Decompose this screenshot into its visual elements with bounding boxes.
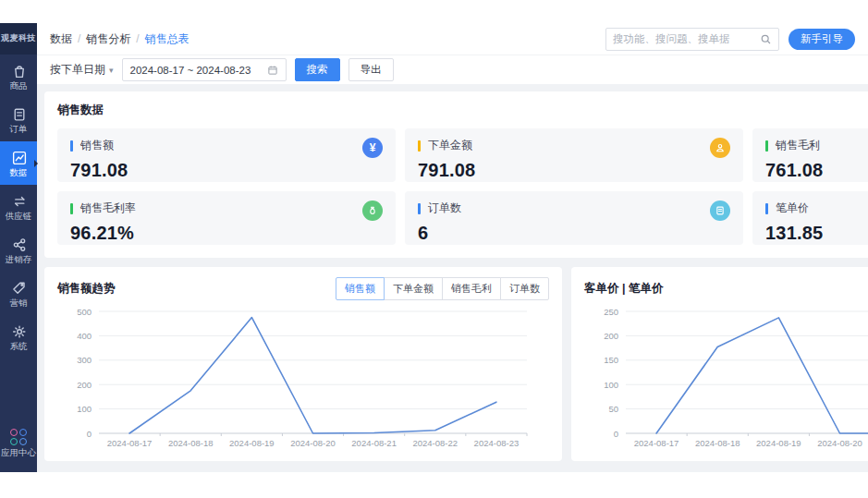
svg-text:2024-08-18: 2024-08-18 [695, 438, 740, 448]
svg-text:2024-08-20: 2024-08-20 [817, 438, 862, 448]
date-range-value: 2024-08-17 ~ 2024-08-23 [130, 65, 251, 76]
bag-icon [11, 63, 27, 79]
breadcrumb: 数据/销售分析/销售总表 [50, 31, 189, 47]
card-accent-bar [765, 203, 768, 214]
date-range-input[interactable]: 2024-08-17 ~ 2024-08-23 [122, 58, 287, 81]
export-button[interactable]: 导出 [348, 58, 394, 81]
svg-text:100: 100 [604, 380, 618, 390]
card-value: 131.85 [765, 223, 868, 244]
sidebar-item-marketing[interactable]: 营销 [0, 272, 37, 315]
card-label: 订单数 [428, 200, 461, 216]
sidebar-item-label: 系统 [10, 342, 28, 351]
card-label: 下单金额 [428, 138, 472, 153]
tag-icon [11, 280, 27, 296]
card-value: 791.08 [70, 160, 383, 181]
page: 观麦科技 商品订单数据供应链进销存营销系统 应用中心 数据/销售分析/销售总表 … [0, 0, 868, 498]
sidebar-item-supply-chain[interactable]: 供应链 [0, 185, 37, 228]
sidebar-item-goods[interactable]: 商品 [0, 55, 37, 98]
app-center-label: 应用中心 [1, 448, 36, 457]
card-label: 销售毛利 [776, 138, 820, 153]
yuan-icon: ¥ [362, 138, 383, 158]
card-value: 96.21% [70, 223, 383, 244]
svg-text:200: 200 [77, 380, 92, 390]
app-center-icon [10, 429, 27, 445]
sales-trend-chart: 01002003004005002024-08-172024-08-182024… [57, 304, 547, 452]
sales-data-title: 销售数据 [57, 103, 868, 118]
sidebar-item-system[interactable]: 系统 [0, 315, 37, 358]
sidebar-nav: 商品订单数据供应链进销存营销系统 [0, 55, 37, 358]
gear-icon [11, 323, 27, 339]
card-accent-bar [418, 203, 421, 214]
date-type-select[interactable]: 按下单日期 ▾ [50, 62, 114, 78]
user-icon [715, 142, 726, 153]
sales-data-panel: 销售数据 销售额 ¥ 791.08 下单金额 791.08 销售毛利 761.0… [44, 91, 868, 258]
search-icon [760, 33, 772, 45]
main-area: 数据/销售分析/销售总表 新手引导 按下单日期 ▾ 2024-08-17 ~ 2… [37, 23, 868, 472]
svg-text:2024-08-19: 2024-08-19 [756, 438, 801, 448]
price-chart-title: 客单价 | 笔单价 [584, 281, 663, 297]
card-value: 791.08 [418, 160, 730, 181]
card-accent-bar [70, 140, 73, 152]
sidebar-spacer [0, 358, 37, 420]
order-icon [715, 205, 726, 216]
global-search-box[interactable] [605, 28, 779, 51]
sidebar-item-inventory[interactable]: 进销存 [0, 228, 37, 272]
svg-text:2024-08-19: 2024-08-19 [229, 438, 275, 448]
metric-card-order-amount: 下单金额 791.08 [405, 128, 743, 182]
card-accent-bar [70, 203, 73, 214]
filter-bar: 按下单日期 ▾ 2024-08-17 ~ 2024-08-23 搜索 导出 [37, 55, 868, 84]
content-area: 销售数据 销售额 ¥ 791.08 下单金额 791.08 销售毛利 761.0… [37, 84, 868, 461]
svg-text:100: 100 [77, 404, 92, 414]
trend-tab-订单数[interactable]: 订单数 [500, 277, 549, 300]
svg-text:2024-08-22: 2024-08-22 [412, 438, 458, 448]
card-label: 笔单价 [776, 200, 809, 216]
breadcrumb-item[interactable]: 数据 [50, 31, 72, 47]
svg-text:0: 0 [614, 429, 618, 439]
svg-text:2024-08-17: 2024-08-17 [634, 438, 679, 448]
svg-text:200: 200 [604, 331, 618, 341]
sidebar-item-label: 订单 [10, 125, 28, 134]
card-accent-bar [418, 140, 421, 152]
logo: 观麦科技 [0, 23, 37, 55]
svg-text:500: 500 [77, 307, 92, 317]
sidebar-item-label: 商品 [10, 81, 28, 91]
trend-tab-下单金额[interactable]: 下单金额 [384, 277, 443, 300]
card-label: 销售额 [80, 138, 114, 153]
chevron-down-icon: ▾ [109, 66, 114, 75]
sidebar-item-data[interactable]: 数据 [0, 141, 37, 185]
breadcrumb-separator: / [136, 32, 139, 45]
doc-icon [11, 106, 27, 122]
metric-card-gross-profit-rate: 销售毛利率 96.21% [57, 191, 396, 245]
price-chart: 0501001502002502024-08-172024-08-182024-… [584, 304, 868, 452]
topbar: 数据/销售分析/销售总表 新手引导 [37, 23, 868, 55]
sales-card-grid: 销售额 ¥ 791.08 下单金额 791.08 销售毛利 761.08 销售毛… [57, 128, 868, 245]
svg-text:2024-08-18: 2024-08-18 [168, 438, 214, 448]
global-search-input[interactable] [613, 33, 760, 44]
svg-text:2024-08-21: 2024-08-21 [351, 438, 397, 448]
breadcrumb-item[interactable]: 销售分析 [86, 31, 130, 47]
metric-card-gross-profit: 销售毛利 761.08 [752, 128, 868, 182]
sidebar-item-orders[interactable]: 订单 [0, 98, 37, 141]
card-value: 761.08 [765, 160, 868, 181]
order-icon [710, 200, 730, 221]
trend-tab-销售毛利[interactable]: 销售毛利 [442, 277, 501, 300]
trend-tab-销售额[interactable]: 销售额 [336, 277, 385, 300]
swap-icon [11, 193, 27, 209]
date-type-label: 按下单日期 [50, 62, 105, 78]
svg-text:2024-08-23: 2024-08-23 [474, 438, 520, 448]
svg-text:400: 400 [77, 331, 92, 341]
sidebar: 观麦科技 商品订单数据供应链进销存营销系统 应用中心 [0, 23, 37, 472]
search-button[interactable]: 搜索 [295, 58, 340, 81]
moneybag-icon [362, 200, 383, 221]
svg-text:0: 0 [87, 429, 92, 439]
trend-metric-tabs: 销售额下单金额销售毛利订单数 [336, 277, 549, 300]
sales-trend-panel: 销售额趋势 销售额下单金额销售毛利订单数 0100200300400500202… [44, 267, 562, 461]
sidebar-item-app-center[interactable]: 应用中心 [0, 420, 37, 472]
user-icon [710, 138, 730, 158]
beginner-guide-button[interactable]: 新手引导 [789, 29, 855, 50]
breadcrumb-item: 销售总表 [145, 31, 189, 47]
calendar-icon [267, 65, 278, 76]
card-label: 销售毛利率 [80, 200, 136, 216]
sidebar-item-label: 供应链 [6, 212, 32, 221]
card-value: 6 [418, 223, 730, 244]
